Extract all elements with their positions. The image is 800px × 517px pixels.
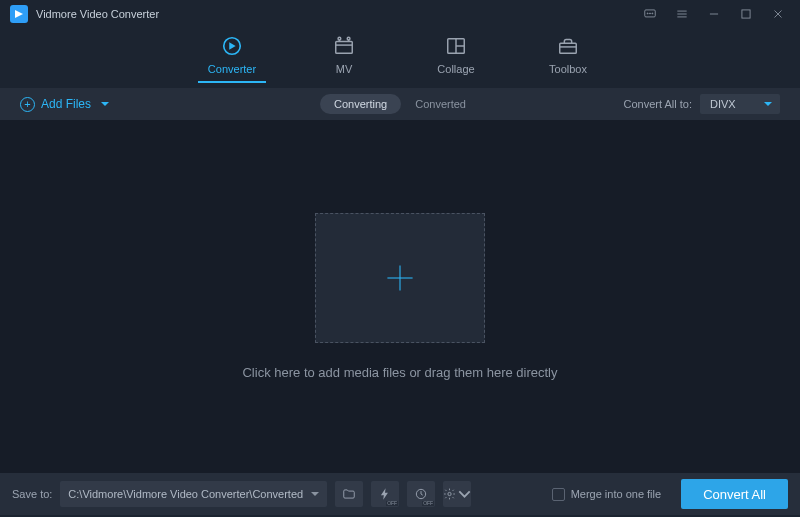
tab-toolbox[interactable]: Toolbox <box>536 35 600 81</box>
segmented-control: Converting Converted <box>320 94 480 114</box>
add-files-button[interactable]: + Add Files <box>20 97 109 112</box>
tab-collage[interactable]: Collage <box>424 35 488 81</box>
svg-rect-12 <box>336 41 353 53</box>
lightning-icon <box>378 487 392 501</box>
feedback-icon[interactable] <box>638 2 662 26</box>
add-files-label: Add Files <box>41 97 91 111</box>
merge-checkbox[interactable] <box>552 488 565 501</box>
top-nav: Converter MV Collage Toolbox <box>0 28 800 88</box>
tab-label: MV <box>336 63 353 75</box>
app-title: Vidmore Video Converter <box>36 8 159 20</box>
gear-icon <box>443 487 456 501</box>
maximize-icon[interactable] <box>734 2 758 26</box>
svg-rect-18 <box>560 43 577 53</box>
high-speed-button[interactable]: OFF <box>407 481 435 507</box>
svg-point-2 <box>650 13 651 14</box>
tab-label: Collage <box>437 63 474 75</box>
svg-rect-8 <box>742 10 750 18</box>
tab-label: Toolbox <box>549 63 587 75</box>
open-folder-button[interactable] <box>335 481 363 507</box>
dropzone-hint: Click here to add media files or drag th… <box>242 365 557 380</box>
plus-circle-icon: + <box>20 97 35 112</box>
tab-label: Converter <box>208 63 256 75</box>
chevron-down-icon <box>101 102 109 106</box>
folder-icon <box>342 487 356 501</box>
svg-point-3 <box>652 13 653 14</box>
secondary-bar: + Add Files Converting Converted Convert… <box>0 88 800 120</box>
plus-icon <box>382 260 418 296</box>
convert-all-label: Convert All <box>703 487 766 502</box>
dropzone[interactable] <box>315 213 485 343</box>
svg-point-1 <box>647 13 648 14</box>
selected-format: DIVX <box>710 98 736 110</box>
off-badge: OFF <box>386 501 398 506</box>
segment-converted[interactable]: Converted <box>401 94 480 114</box>
hardware-accel-button[interactable]: OFF <box>371 481 399 507</box>
save-path-value: C:\Vidmore\Vidmore Video Converter\Conve… <box>68 488 303 500</box>
close-icon[interactable] <box>766 2 790 26</box>
chevron-down-icon <box>311 492 319 496</box>
tab-mv[interactable]: MV <box>312 35 376 81</box>
settings-button[interactable] <box>443 481 471 507</box>
chevron-down-icon <box>764 102 772 106</box>
format-select[interactable]: DIVX <box>700 94 780 114</box>
convert-all-to-group: Convert All to: DIVX <box>624 94 780 114</box>
svg-point-23 <box>448 492 451 495</box>
bottom-bar: Save to: C:\Vidmore\Vidmore Video Conver… <box>0 473 800 515</box>
speed-icon <box>414 487 428 501</box>
convert-all-to-label: Convert All to: <box>624 98 692 110</box>
main-dropzone-area: Click here to add media files or drag th… <box>0 120 800 473</box>
merge-label: Merge into one file <box>571 488 662 500</box>
merge-checkbox-group[interactable]: Merge into one file <box>552 488 662 501</box>
convert-all-button[interactable]: Convert All <box>681 479 788 509</box>
minimize-icon[interactable] <box>702 2 726 26</box>
tab-converter[interactable]: Converter <box>200 35 264 81</box>
save-to-label: Save to: <box>12 488 52 500</box>
app-logo <box>10 5 28 23</box>
off-badge: OFF <box>422 501 434 506</box>
title-bar: Vidmore Video Converter <box>0 0 800 28</box>
chevron-down-icon <box>458 487 471 501</box>
menu-icon[interactable] <box>670 2 694 26</box>
save-path-select[interactable]: C:\Vidmore\Vidmore Video Converter\Conve… <box>60 481 327 507</box>
segment-converting[interactable]: Converting <box>320 94 401 114</box>
